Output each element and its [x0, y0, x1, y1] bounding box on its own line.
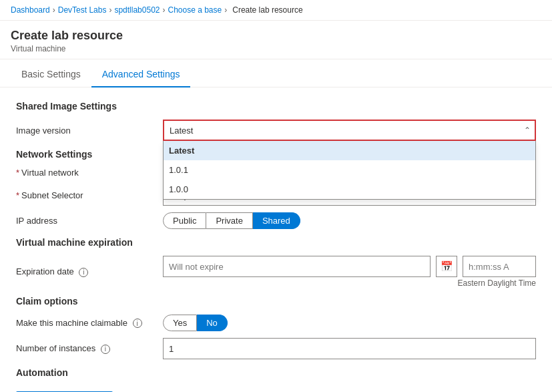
ip-btn-private[interactable]: Private: [206, 212, 252, 229]
ip-address-label: IP address: [16, 216, 163, 226]
yn-btn-yes[interactable]: Yes: [163, 315, 197, 331]
breadcrumb-current: Create lab resource: [232, 5, 302, 15]
expiration-time-input[interactable]: [463, 256, 536, 277]
ip-btn-public[interactable]: Public: [163, 212, 206, 229]
image-version-option-100[interactable]: 1.0.0: [164, 180, 535, 199]
image-version-list: Latest 1.0.1 1.0.0: [163, 141, 536, 200]
required-mark2: *: [16, 190, 19, 200]
ip-address-row: IP address Public Private Shared: [16, 212, 536, 229]
instances-info-icon[interactable]: i: [101, 345, 110, 354]
breadcrumb: Dashboard › DevTest Labs › spdtllab0502 …: [0, 0, 552, 21]
ip-toggle-group: Public Private Shared: [163, 212, 536, 229]
tab-advanced-settings[interactable]: Advanced Settings: [91, 62, 191, 87]
breadcrumb-lab[interactable]: spdtllab0502: [114, 5, 160, 15]
breadcrumb-dashboard[interactable]: Dashboard: [11, 5, 50, 15]
image-version-selected[interactable]: Latest: [163, 120, 536, 141]
virtual-network-label: *Virtual network: [16, 168, 163, 178]
vm-expiration-title: Virtual machine expiration: [16, 237, 536, 248]
claim-options-title: Claim options: [16, 296, 536, 307]
expiration-date-label: Expiration date i: [16, 266, 163, 277]
claimable-row: Make this machine claimable i Yes No: [16, 315, 536, 331]
image-version-option-101[interactable]: 1.0.1: [164, 160, 535, 180]
timezone-label: Eastern Daylight Time: [163, 278, 536, 288]
yes-no-toggle: Yes No: [163, 315, 536, 331]
ip-btn-shared[interactable]: Shared: [253, 212, 300, 229]
claimable-control: Yes No: [163, 315, 536, 331]
expiration-date-row: Expiration date i 📅 Eastern Daylight Tim…: [16, 256, 536, 288]
subnet-selector-label: *Subnet Selector: [16, 190, 163, 200]
tab-bar: Basic Settings Advanced Settings: [0, 62, 552, 87]
ip-address-control: Public Private Shared: [163, 212, 536, 229]
instances-input[interactable]: [163, 338, 536, 359]
claimable-label: Make this machine claimable i: [16, 318, 163, 329]
calendar-icon[interactable]: 📅: [436, 256, 457, 277]
image-version-row: Image version Latest ⌃ Latest 1.0.1 1.0.…: [16, 120, 536, 141]
expiration-info-icon[interactable]: i: [79, 268, 88, 277]
breadcrumb-choose-base[interactable]: Choose a base: [168, 5, 222, 15]
tab-basic-settings[interactable]: Basic Settings: [11, 62, 91, 87]
page-subtitle: Virtual machine: [11, 44, 541, 53]
instances-control: [163, 338, 536, 359]
expiration-date-control: 📅 Eastern Daylight Time: [163, 256, 536, 288]
instances-label: Number of instances i: [16, 343, 163, 354]
image-version-control: Latest ⌃ Latest 1.0.1 1.0.0: [163, 120, 536, 141]
shared-image-settings-title: Shared Image Settings: [16, 101, 536, 112]
page-title: Create lab resource: [11, 29, 541, 43]
required-mark: *: [16, 168, 19, 178]
claimable-info-icon[interactable]: i: [133, 319, 142, 328]
breadcrumb-devtest[interactable]: DevTest Labs: [58, 5, 107, 15]
automation-title: Automation: [16, 367, 536, 378]
image-version-dropdown[interactable]: Latest ⌃ Latest 1.0.1 1.0.0: [163, 120, 536, 141]
main-content: Shared Image Settings Image version Late…: [0, 87, 552, 392]
image-version-label: Image version: [16, 126, 163, 136]
expiry-row: 📅: [163, 256, 536, 277]
page-header: Create lab resource Virtual machine: [0, 21, 552, 59]
yn-btn-no[interactable]: No: [197, 315, 228, 331]
expiration-date-input[interactable]: [163, 256, 431, 277]
instances-row: Number of instances i: [16, 338, 536, 359]
image-version-option-latest[interactable]: Latest: [164, 141, 535, 160]
